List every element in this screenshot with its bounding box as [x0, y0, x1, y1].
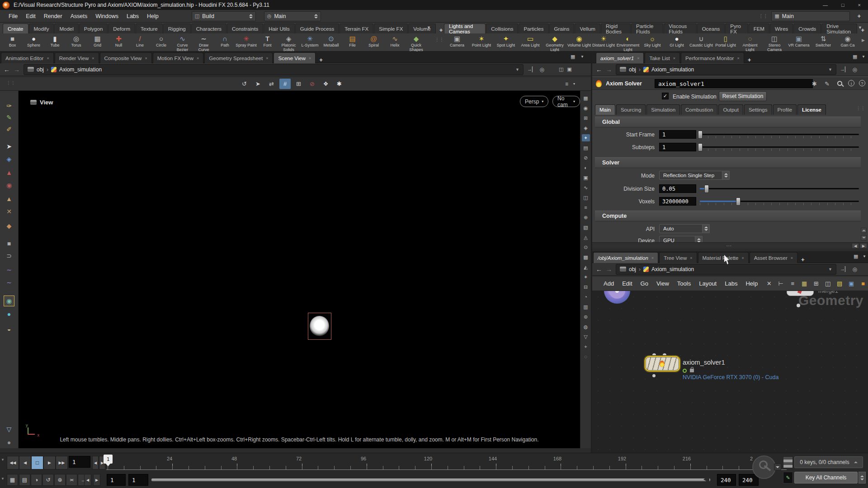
- range-handle[interactable]: [703, 476, 709, 483]
- menu-item[interactable]: Render: [40, 13, 66, 19]
- node-output-connector[interactable]: [652, 374, 656, 377]
- shelf-tool[interactable]: ▭ Area Light: [518, 33, 542, 48]
- shelf-tool[interactable]: ◈ Platonic Solids: [278, 33, 299, 52]
- shelf-tab[interactable]: Particle Fluids: [631, 23, 663, 33]
- shelf-dropdown-icon[interactable]: ▼: [858, 25, 862, 30]
- shelf-tab[interactable]: Lights and Cameras: [444, 23, 486, 33]
- network-tool-icon[interactable]: ■: [859, 279, 868, 288]
- pane-menu-icon[interactable]: ▼: [862, 55, 865, 59]
- network-tool-icon[interactable]: ▣: [847, 279, 856, 288]
- back-icon[interactable]: ←: [596, 266, 602, 273]
- close-icon[interactable]: ×: [651, 256, 654, 260]
- pane-tab[interactable]: Render View ×: [55, 52, 99, 63]
- viewport-option-icon[interactable]: ◔: [582, 293, 590, 300]
- menu-item[interactable]: Labs: [721, 280, 741, 287]
- parameter-tab[interactable]: Output: [718, 104, 743, 115]
- timeline-option-button[interactable]: ▤: [19, 474, 30, 486]
- forward-icon[interactable]: →: [606, 266, 612, 273]
- shelf-tool[interactable]: ☼ Sky Light: [640, 33, 665, 48]
- tool-icon[interactable]: ∼: [4, 265, 14, 275]
- shelf-tool[interactable]: ▦ Grid: [87, 33, 108, 48]
- chevron-down-icon[interactable]: ▾: [573, 82, 575, 86]
- shelf-tool[interactable]: ✚ Null: [108, 33, 129, 48]
- shelf-tool[interactable]: ∩ Path: [214, 33, 236, 48]
- tool-icon[interactable]: ◆: [4, 221, 14, 231]
- shelf-tool[interactable]: ○ Circle: [151, 33, 172, 48]
- viewport-option-icon[interactable]: ◌: [582, 353, 590, 360]
- tool-icon[interactable]: ▲: [4, 168, 14, 178]
- menu-item[interactable]: Add: [599, 280, 618, 287]
- menu-item[interactable]: Go: [637, 280, 652, 287]
- chevron-down-icon[interactable]: ▼: [828, 67, 832, 72]
- pane-tab[interactable]: Scene View ×: [274, 52, 316, 63]
- maximize-pane-icon[interactable]: ▣: [567, 66, 571, 72]
- back-icon[interactable]: ←: [596, 66, 602, 73]
- viewport-option-icon[interactable]: ≡: [582, 204, 590, 211]
- tool-icon[interactable]: ▲: [4, 194, 14, 204]
- viewport-option-icon[interactable]: ◈: [582, 124, 590, 131]
- viewport-option-icon[interactable]: +: [582, 343, 590, 350]
- shelf-tool[interactable]: ■ Box: [2, 33, 23, 48]
- viewport-option-icon[interactable]: ▥: [582, 303, 590, 310]
- gear-icon[interactable]: ✱: [812, 80, 817, 87]
- parameter-tab[interactable]: Settings: [744, 104, 772, 115]
- pane-tab[interactable]: Take List ×: [645, 52, 680, 63]
- reset-simulation-button[interactable]: Reset Simulation: [719, 91, 767, 101]
- section-header-solver[interactable]: Solver: [595, 157, 861, 168]
- shelf-divider-grip[interactable]: ⋮⋮: [435, 37, 444, 42]
- viewport-tool-button[interactable]: ✱: [334, 79, 345, 89]
- close-icon[interactable]: ×: [673, 56, 675, 61]
- close-icon[interactable]: ×: [690, 256, 692, 260]
- shelf-tab[interactable]: Collisions: [486, 23, 518, 33]
- viewport-option-icon[interactable]: ⊟: [582, 283, 590, 291]
- global-start-field[interactable]: 1: [107, 474, 126, 486]
- viewport-tool-button[interactable]: ⊘: [307, 79, 318, 89]
- shelf-tool[interactable]: ◆ Quick Shapes: [406, 33, 427, 52]
- channel-wave-icon[interactable]: ✎: [783, 472, 793, 483]
- shelf-tool[interactable]: ⊙ Metaball: [321, 33, 342, 48]
- viewport-option-icon[interactable]: ▧: [582, 224, 590, 231]
- scroll-grip-icon[interactable]: ⋯: [726, 243, 731, 249]
- tool-icon[interactable]: ●: [4, 437, 14, 447]
- start-frame-field[interactable]: 1: [659, 130, 696, 139]
- shelf-dropdown-icon[interactable]: ▼: [427, 25, 431, 30]
- shelf-tool[interactable]: ◫ Stereo Camera: [762, 33, 787, 52]
- section-header-global[interactable]: Global: [595, 117, 861, 127]
- chevron-down-icon[interactable]: ▼: [515, 67, 519, 72]
- scroll-up-icon[interactable]: [861, 228, 867, 233]
- node-input-connector[interactable]: [663, 353, 666, 357]
- timeline-option-button[interactable]: ▦: [7, 474, 18, 486]
- viewport-option-icon[interactable]: ⊙: [582, 244, 590, 251]
- spinner[interactable]: [722, 171, 730, 180]
- jump-start-button[interactable]: ◀◀: [7, 456, 19, 469]
- menu-item[interactable]: Help: [741, 280, 762, 287]
- projection-select[interactable]: Persp ▾: [520, 96, 548, 107]
- range-start-button[interactable]: ◀: [84, 474, 91, 486]
- shelf-tab[interactable]: Terrain FX: [340, 23, 373, 33]
- viewport-option-icon[interactable]: ▦: [582, 94, 590, 102]
- shelf-tool[interactable]: @ Spiral: [363, 33, 384, 48]
- viewport-option-icon[interactable]: ▣: [582, 174, 590, 181]
- chevron-down-icon[interactable]: ▼: [828, 267, 832, 272]
- pane-tab[interactable]: Asset Browser ×: [750, 252, 797, 263]
- scroll-down-icon[interactable]: [861, 235, 867, 240]
- enable-simulation-checkbox[interactable]: ✓: [662, 93, 669, 99]
- current-frame-field[interactable]: 1: [69, 456, 90, 468]
- slider-handle[interactable]: [704, 185, 709, 193]
- radial-menu-icon[interactable]: ◎: [852, 66, 857, 73]
- maximize-button[interactable]: □: [841, 2, 844, 8]
- pane-tab[interactable]: axiom_solver1 ×: [596, 52, 644, 63]
- play-reverse-button[interactable]: ◀: [19, 456, 31, 469]
- shelf-tab[interactable]: Pyro FX: [725, 23, 748, 33]
- viewport-option-icon[interactable]: ◭: [582, 263, 590, 271]
- close-button[interactable]: ×: [858, 2, 861, 8]
- shelf-tool[interactable]: ● Sphere: [23, 33, 44, 48]
- shelf-tool[interactable]: ▤ File: [342, 33, 363, 48]
- shelf-tab[interactable]: Crowds: [793, 23, 821, 33]
- shelf-tab[interactable]: Deform: [108, 23, 135, 33]
- timeline-option-button[interactable]: ⊕: [54, 474, 66, 486]
- viewport-option-icon[interactable]: ◉: [582, 104, 590, 112]
- viewport-option-icon[interactable]: ◍: [582, 323, 590, 330]
- pane-tab[interactable]: Tree View ×: [659, 252, 697, 263]
- shelf-tool[interactable]: ◐ Environment Light: [616, 33, 640, 52]
